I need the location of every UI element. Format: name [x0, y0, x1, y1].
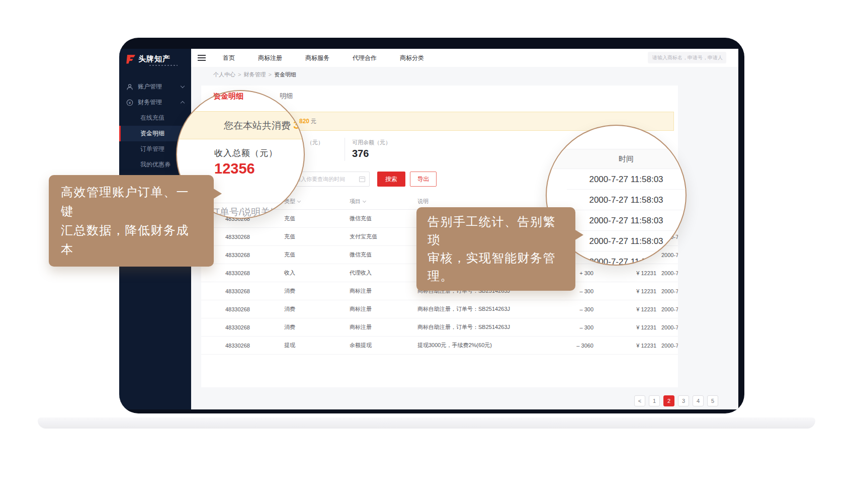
- cell-type: 充值: [284, 215, 350, 222]
- table-row: 48330268提现余额提现提现3000元，手续费2%(60元)– 3060¥ …: [201, 337, 678, 355]
- cell-project: 商标注册: [350, 323, 417, 331]
- column-header-project[interactable]: 项目: [350, 198, 417, 205]
- pagination-page-4[interactable]: 4: [693, 395, 704, 406]
- cell-project: 微信充值: [350, 215, 417, 222]
- user-icon: [126, 83, 133, 91]
- pagination-page-3[interactable]: 3: [678, 395, 689, 406]
- available-balance-value: 376: [352, 148, 369, 159]
- cell-order: 48330268: [201, 288, 284, 294]
- pagination: <12345: [634, 395, 718, 406]
- cell-project: 支付宝充值: [350, 233, 417, 240]
- cell-desc: 商标自助注册，订单号：SB2514263J: [417, 323, 541, 331]
- topbar: 首页商标注册商标服务代理合作商标分类 请输入商标名，申请号，申请人: [191, 49, 738, 67]
- cell-type: 消费: [284, 305, 350, 313]
- callout-text-line: 审核，实现智能财务管: [428, 249, 564, 267]
- cell-type: 提现: [284, 342, 350, 349]
- sidebar-subitem-在线充值[interactable]: 在线充值: [119, 110, 191, 126]
- consumption-amount: 820: [299, 118, 309, 125]
- sidebar-item-账户管理[interactable]: 账户管理: [119, 79, 191, 95]
- pagination-page-2[interactable]: 2: [663, 395, 674, 406]
- brand-logo-icon: [126, 54, 136, 64]
- page: 头牌知产 账户管理¥财务管理在线充值资金明细订单管理我的优惠券我的发票模板管理 …: [0, 0, 853, 504]
- cell-project: 代理收入: [350, 269, 417, 277]
- callout-text-line: 汇总数据，降低财务成本: [61, 221, 202, 259]
- cell-amount: – 300: [541, 306, 593, 312]
- cell-time: 2000-7-27 11:58:03: [656, 343, 678, 349]
- table-row: 48330268消费商标注册商标自助注册，订单号：SB2514263J– 300…: [201, 300, 678, 318]
- brand-logo[interactable]: 头牌知产: [119, 49, 191, 66]
- cell-balance: ¥ 12231: [593, 306, 656, 312]
- callout-text-line: 告别手工统计、告别繁琐: [428, 213, 564, 249]
- callout-left: 高效管理账户订单、一键汇总数据，降低财务成本: [49, 175, 214, 267]
- cell-time: 2000-7-27 11:58:03: [656, 306, 678, 312]
- sort-caret-icon: [297, 199, 301, 203]
- stat-unit-fragment: （元）: [307, 139, 323, 146]
- breadcrumb-separator: >: [238, 71, 241, 77]
- cell-time: 2000-7-27 11:58:03: [656, 324, 678, 330]
- magnified-banner-prefix: 您在本站共消费: [224, 120, 293, 131]
- magnified-consumption-banner: 您在本站共消费 32124 大: [176, 111, 305, 139]
- magnified-time-value: 2000-7-27 11:58:03: [567, 169, 686, 190]
- sidebar-item-财务管理[interactable]: ¥财务管理: [119, 95, 191, 110]
- magnified-time-header: 时间: [547, 149, 686, 169]
- breadcrumb-item[interactable]: 财务管理: [243, 71, 266, 77]
- svg-text:¥: ¥: [128, 100, 131, 105]
- cell-desc: 商标自助注册，订单号：SB2514263J: [417, 305, 541, 313]
- cell-type: 消费: [284, 323, 350, 331]
- cell-time: 2000-7-27 11:58:03: [656, 288, 678, 294]
- laptop-base: [38, 417, 815, 429]
- cell-project: 商标注册: [350, 287, 417, 295]
- chevron-down-icon: [181, 84, 185, 88]
- stat-divider: [345, 138, 345, 161]
- table-row: 48330268消费商标注册商标自助注册，订单号：SB2514263J– 300…: [201, 318, 678, 337]
- breadcrumb-item[interactable]: 个人中心: [213, 71, 235, 77]
- magnified-time-value: 2000-7-27 11:58:03: [567, 190, 686, 210]
- nav-item-商标服务[interactable]: 商标服务: [294, 54, 341, 62]
- income-total-label: 收入总额（元）: [214, 147, 278, 159]
- nav-item-商标分类[interactable]: 商标分类: [388, 54, 436, 62]
- nav-item-商标注册[interactable]: 商标注册: [246, 54, 294, 62]
- cell-amount: – 300: [541, 324, 593, 330]
- cell-time: 2000-7-27 11:58:03: [656, 270, 678, 276]
- tab-fragment[interactable]: 明细: [280, 92, 293, 101]
- search-input[interactable]: 请输入商标名，申请号，申请人: [648, 52, 726, 63]
- cell-type: 充值: [284, 251, 350, 259]
- cell-balance: ¥ 12231: [593, 324, 656, 330]
- cell-project: 余额提现: [350, 342, 417, 349]
- cell-balance: ¥ 12231: [593, 343, 656, 349]
- pagination-page-5[interactable]: 5: [707, 395, 718, 406]
- consumption-banner-text: 820 元: [299, 112, 316, 130]
- cell-order: 48330268: [201, 270, 284, 276]
- brand-name: 头牌知产: [138, 54, 178, 64]
- search-button[interactable]: 搜索: [377, 172, 405, 187]
- nav-item-首页[interactable]: 首页: [211, 54, 246, 62]
- nav-item-代理合作[interactable]: 代理合作: [341, 54, 388, 62]
- calendar-icon: [359, 177, 365, 182]
- available-balance-label: 可用余额（元）: [352, 139, 391, 146]
- sort-caret-icon: [363, 199, 366, 203]
- column-header-type[interactable]: 类型: [284, 198, 350, 205]
- callout-right: 告别手工统计、告别繁琐审核，实现智能财务管理。: [416, 207, 575, 291]
- cell-amount: – 3060: [541, 343, 593, 349]
- export-button[interactable]: 导出: [410, 172, 437, 187]
- pagination-page-1[interactable]: 1: [649, 395, 660, 406]
- column-header-desc: 说明: [417, 198, 541, 205]
- cell-order: 48330268: [201, 306, 284, 312]
- brand-subtext: [149, 65, 178, 66]
- breadcrumb-separator: >: [268, 71, 271, 77]
- cell-balance: ¥ 12231: [593, 288, 656, 294]
- menu-hamburger-icon[interactable]: [198, 55, 206, 61]
- cell-project: 微信充值: [350, 251, 417, 259]
- sidebar-item-label: 账户管理: [138, 82, 162, 91]
- pagination-prev-button[interactable]: <: [634, 395, 645, 406]
- cell-order: 48330268: [201, 343, 284, 349]
- sidebar-item-label: 财务管理: [138, 98, 162, 107]
- income-total-value: 12356: [214, 160, 255, 177]
- cell-type: 充值: [284, 233, 350, 240]
- chevron-up-icon: [181, 101, 185, 105]
- cell-desc: 提现3000元，手续费2%(60元): [417, 342, 541, 349]
- callout-text-line: 理。: [428, 267, 564, 285]
- callout-text-line: 高效管理账户订单、一键: [61, 183, 202, 221]
- breadcrumb-item[interactable]: 资金明细: [274, 71, 296, 77]
- cell-type: 消费: [284, 287, 350, 295]
